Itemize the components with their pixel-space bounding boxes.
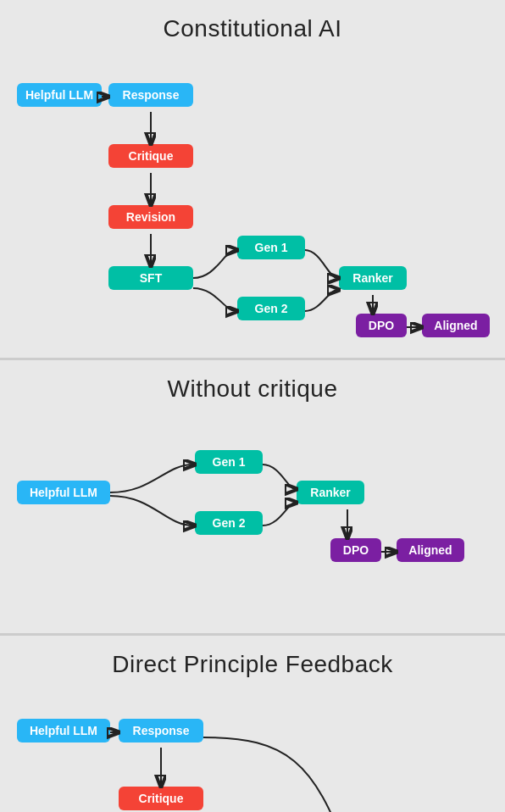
node-revision-1: Revision: [108, 205, 193, 229]
section3-title: Direct Principle Feedback: [8, 651, 497, 678]
section2-title: Without critique: [8, 375, 497, 403]
node-gen2-2: Gen 2: [195, 511, 263, 535]
node-critique-3: Critique: [119, 787, 203, 810]
node-helpful-llm-2: Helpful LLM: [17, 481, 110, 504]
node-aligned-1: Aligned: [422, 314, 490, 337]
section-without-critique: Without critique Helpful LLM Gen 1 Gen 2…: [0, 360, 505, 636]
section-dpf: Direct Principle Feedback Helpful LLM Re…: [0, 636, 505, 812]
node-response-1: Response: [108, 83, 193, 107]
node-gen1-1: Gen 1: [237, 236, 305, 259]
node-helpful-llm-3: Helpful LLM: [17, 719, 110, 742]
diagram-constitutional-ai: Helpful LLM Response Critique Revision S…: [8, 59, 497, 339]
node-ranker-1: Ranker: [339, 266, 407, 290]
node-aligned-2: Aligned: [397, 538, 464, 562]
node-gen1-2: Gen 1: [195, 450, 263, 474]
node-ranker-2: Ranker: [297, 481, 364, 504]
section1-title: Constitutional AI: [8, 15, 497, 42]
node-helpful-llm-1: Helpful LLM: [17, 83, 102, 107]
node-gen2-1: Gen 2: [237, 297, 305, 320]
node-sft-1: SFT: [108, 266, 193, 290]
section-constitutional-ai: Constitutional AI Helpful LLM Response C…: [0, 0, 505, 360]
node-response-3: Response: [119, 719, 203, 742]
node-dpo-2: DPO: [330, 538, 381, 562]
node-dpo-1: DPO: [356, 314, 407, 337]
node-critique-1: Critique: [108, 144, 193, 168]
arrows-3: [8, 695, 497, 812]
diagram-dpf: Helpful LLM Response Critique Revision D…: [8, 695, 497, 812]
diagram-without-critique: Helpful LLM Gen 1 Gen 2 Ranker DPO Align…: [8, 420, 497, 615]
